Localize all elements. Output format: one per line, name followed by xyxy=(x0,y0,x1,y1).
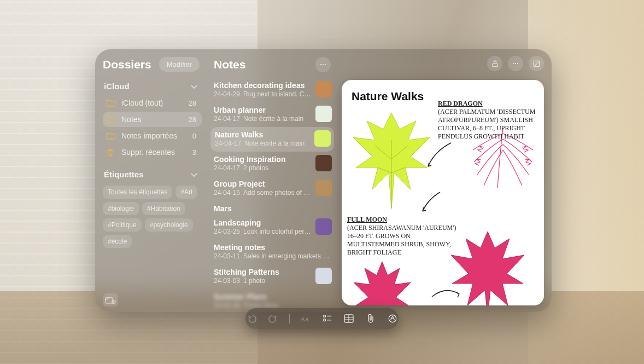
table-button[interactable] xyxy=(343,313,355,325)
svg-point-8 xyxy=(517,63,518,64)
more-options-button[interactable] xyxy=(315,57,331,72)
arrow-annotation xyxy=(418,189,446,217)
note-item-subtitle: 24-04-17Note écrite à la main xyxy=(215,140,310,147)
svg-point-6 xyxy=(513,63,514,64)
note-thumbnail xyxy=(315,268,332,284)
tag-chip[interactable]: #école xyxy=(103,235,132,248)
tag-chip[interactable]: #psychologie xyxy=(145,218,193,232)
note-item-subtitle: 24-04-172 photos xyxy=(214,164,311,172)
folder-count: 28 xyxy=(189,115,196,124)
svg-point-4 xyxy=(325,64,326,65)
red-leaf-partial-drawing xyxy=(349,262,415,305)
annotation-red-dragon: RED DRAGON (ACER PALMATUM 'DISSECTUM ATR… xyxy=(438,100,542,141)
folder-name: Notes importées xyxy=(121,131,187,140)
attachment-button[interactable] xyxy=(365,313,377,325)
folder-icon xyxy=(106,115,116,123)
arrow-annotation xyxy=(424,140,456,173)
folder-icon xyxy=(106,99,116,107)
note-item-subtitle: 24-03-25Look into colorful pere… xyxy=(214,228,311,235)
note-row[interactable]: Nature Walks 24-04-17Note écrite à la ma… xyxy=(210,127,334,152)
month-header: Mars xyxy=(214,204,334,213)
note-item-title: Cooking Inspiration xyxy=(214,155,311,164)
note-item-title: Landscaping xyxy=(214,218,311,227)
notes-app-window: Dossiers Modifier iCloud iCloud (tout) 2… xyxy=(95,49,552,312)
note-thumbnail xyxy=(315,218,332,235)
note-row[interactable]: Kitchen decorating ideas 24-04-29Rug nex… xyxy=(214,78,334,102)
chevron-down-icon xyxy=(190,82,198,91)
svg-point-2 xyxy=(320,64,321,65)
folder-count: 0 xyxy=(192,132,196,140)
note-row[interactable]: Group Project 24-04-15Add some photos of… xyxy=(214,176,334,201)
redo-button[interactable] xyxy=(267,313,279,325)
folder-row[interactable]: iCloud (tout) 28 xyxy=(103,95,202,111)
tag-list: Toutes les étiquettes#Art#biologie#Habit… xyxy=(103,183,202,248)
section-label: Étiquettes xyxy=(104,170,144,179)
folder-row[interactable]: Notes 28 xyxy=(103,112,202,127)
notes-list-pane: Notes Kitchen decorating ideas 24-04-29R… xyxy=(207,49,337,312)
note-item-subtitle: 24-03-11Sales in emerging markets are… xyxy=(214,252,332,260)
svg-point-11 xyxy=(323,315,325,317)
text-format-button[interactable]: Aa xyxy=(300,313,312,325)
editor-toolbar: Aa xyxy=(245,308,399,329)
checklist-button[interactable] xyxy=(321,313,333,325)
trash-icon xyxy=(106,148,116,156)
detail-more-button[interactable] xyxy=(508,56,523,71)
note-item-title: Meeting notes xyxy=(214,243,332,252)
markup-button[interactable] xyxy=(387,313,399,325)
sidebar: Dossiers Modifier iCloud iCloud (tout) 2… xyxy=(95,49,207,312)
note-item-subtitle: 24-04-29Rug next to island. Con… xyxy=(214,90,311,98)
svg-text:Aa: Aa xyxy=(300,315,308,323)
notes-list-title: Notes xyxy=(214,58,245,71)
note-row[interactable]: Stitching Patterns 24-03-031 photo xyxy=(214,264,334,289)
folder-name: Notes xyxy=(121,115,183,124)
note-item-title: Kitchen decorating ideas xyxy=(214,81,311,90)
section-header-icloud[interactable]: iCloud xyxy=(103,79,202,95)
note-row[interactable]: Cooking Inspiration 24-04-172 photos xyxy=(214,152,334,176)
section-header-tags[interactable]: Étiquettes xyxy=(103,167,202,183)
note-item-title: Group Project xyxy=(214,180,311,188)
note-thumbnail xyxy=(315,155,332,171)
svg-point-7 xyxy=(515,63,516,64)
tag-chip[interactable]: #Art xyxy=(175,186,197,199)
note-item-subtitle: 24-04-17Note écrite à la main xyxy=(214,115,311,123)
folder-name: Suppr. récentes xyxy=(121,148,187,157)
note-item-title: Stitching Patterns xyxy=(214,268,311,276)
note-thumbnail xyxy=(314,130,331,147)
svg-point-3 xyxy=(323,64,324,65)
folder-row[interactable]: Suppr. récentes 3 xyxy=(103,145,202,160)
note-thumbnail xyxy=(315,81,332,97)
folder-row[interactable]: Notes importées 0 xyxy=(103,128,202,143)
annotation-full-moon: FULL MOON (ACER SHIRASAWANUM 'AUREUM') 1… xyxy=(347,216,462,257)
tag-chip[interactable]: #Politique xyxy=(103,218,142,232)
share-button[interactable] xyxy=(487,56,502,71)
arrow-annotation xyxy=(429,280,462,302)
section-label: iCloud xyxy=(104,82,130,91)
note-item-title: Nature Walks xyxy=(215,130,310,139)
note-canvas[interactable]: Nature Walks xyxy=(342,80,544,305)
note-row[interactable]: Landscaping 24-03-25Look into colorful p… xyxy=(214,215,334,240)
folder-icon xyxy=(106,132,116,140)
undo-button[interactable] xyxy=(245,313,257,325)
new-folder-button[interactable] xyxy=(103,293,118,307)
note-item-title: Urban planner xyxy=(214,106,311,114)
note-item-subtitle: 24-04-15Add some photos of th… xyxy=(214,189,311,197)
folder-name: iCloud (tout) xyxy=(121,99,183,107)
toolbar-divider xyxy=(289,314,290,323)
note-item-subtitle: 24-03-031 photo xyxy=(214,277,311,285)
sidebar-title: Dossiers xyxy=(103,58,151,71)
note-thumbnail xyxy=(315,180,332,196)
chevron-down-icon xyxy=(190,170,198,179)
note-row[interactable]: Urban planner 24-04-17Note écrite à la m… xyxy=(214,102,334,127)
note-thumbnail xyxy=(315,106,332,122)
folder-count: 28 xyxy=(189,99,196,107)
edit-button[interactable]: Modifier xyxy=(159,57,200,72)
folder-count: 3 xyxy=(192,148,196,157)
compose-button[interactable] xyxy=(529,56,544,71)
tag-chip[interactable]: #Habitation xyxy=(142,202,185,215)
folder-list: iCloud (tout) 28 Notes 28 Notes importée… xyxy=(103,95,202,160)
tag-chip[interactable]: Toutes les étiquettes xyxy=(103,186,172,199)
note-row[interactable]: Meeting notes 24-03-11Sales in emerging … xyxy=(214,240,334,264)
tag-chip[interactable]: #biologie xyxy=(103,202,139,215)
svg-point-12 xyxy=(323,319,325,321)
note-detail-pane: Nature Walks xyxy=(337,49,552,312)
